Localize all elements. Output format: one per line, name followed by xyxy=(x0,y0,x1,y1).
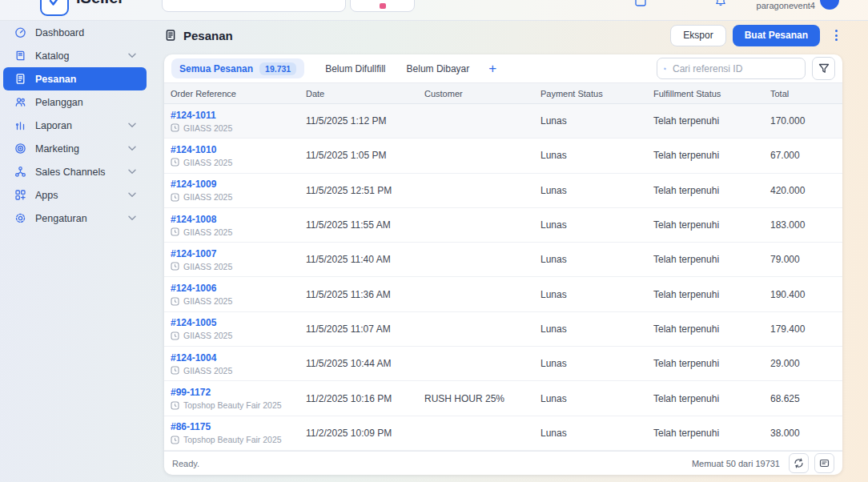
reports-icon xyxy=(14,119,26,131)
order-reference-link[interactable]: #124-1011 xyxy=(171,110,306,121)
global-search-input[interactable] xyxy=(162,0,346,12)
order-total: 68.625 xyxy=(770,393,836,404)
order-reference-link[interactable]: #124-1009 xyxy=(171,179,306,190)
order-reference-link[interactable]: #124-1008 xyxy=(171,214,306,225)
table-row[interactable]: #99-1172 Topshop Beauty Fair 2025 11/2/2… xyxy=(164,381,842,416)
add-tab-icon[interactable]: + xyxy=(488,62,496,75)
sidebar-item-laporan[interactable]: Laporan xyxy=(0,114,147,137)
tab-belum-difullfill[interactable]: Belum Difullfill xyxy=(325,63,385,74)
order-date: 11/5/2025 1:05 PM xyxy=(306,150,424,161)
sidebar-item-dashboard[interactable]: Dashboard xyxy=(0,21,147,44)
settings-icon xyxy=(14,212,26,224)
sales-channel-icon xyxy=(171,331,179,340)
fulfillment-status: Telah terpenuhi xyxy=(653,185,770,196)
col-payment-status[interactable]: Payment Status xyxy=(540,89,653,98)
order-reference-link[interactable]: #124-1004 xyxy=(171,352,306,364)
fulfillment-status: Telah terpenuhi xyxy=(653,358,770,369)
fulfillment-status: Telah terpenuhi xyxy=(653,254,770,265)
dashboard-icon xyxy=(14,26,26,38)
payment-status: Lunas xyxy=(540,150,653,161)
fulfillment-status: Telah terpenuhi xyxy=(653,323,770,335)
sales-channel-icon xyxy=(171,123,179,132)
sidebar-item-sales-channels[interactable]: Sales Channels xyxy=(0,160,147,183)
order-total: 29.000 xyxy=(770,358,836,369)
channel-label: GIIASS 2025 xyxy=(183,262,232,271)
sidebar-item-katalog[interactable]: Katalog xyxy=(0,44,147,67)
fulfillment-status: Telah terpenuhi xyxy=(653,150,770,161)
table-row[interactable]: #124-1008 GIIASS 2025 11/5/2025 11:55 AM… xyxy=(164,208,842,243)
order-reference-link[interactable]: #124-1007 xyxy=(171,248,306,259)
column-settings-icon xyxy=(819,458,830,468)
table-row[interactable]: #124-1009 GIIASS 2025 11/5/2025 12:51 PM… xyxy=(164,174,842,208)
sales-channel-icon xyxy=(171,262,179,271)
overflow-menu-icon[interactable] xyxy=(830,28,842,42)
sidebar-item-apps[interactable]: Apps xyxy=(0,183,147,207)
table-row[interactable]: #124-1004 GIIASS 2025 11/5/2025 10:44 AM… xyxy=(164,347,842,381)
sales-channel-icon xyxy=(171,158,179,167)
chevron-down-icon xyxy=(128,169,136,175)
topbar: iSeller paragonevent4 xyxy=(0,0,868,21)
page-title: Pesanan xyxy=(164,29,233,42)
chevron-down-icon xyxy=(128,123,136,128)
catalog-icon xyxy=(14,50,26,62)
sales-channel-icon xyxy=(171,297,179,306)
channel-label: Topshop Beauty Fair 2025 xyxy=(183,435,282,444)
table-row[interactable]: #124-1007 GIIASS 2025 11/5/2025 11:40 AM… xyxy=(164,243,842,277)
col-order-reference[interactable]: Order Reference xyxy=(171,89,306,98)
order-total: 38.000 xyxy=(770,428,836,439)
create-order-button[interactable]: Buat Pesanan xyxy=(733,25,820,46)
channel-label: GIIASS 2025 xyxy=(183,158,232,167)
order-search xyxy=(657,58,806,79)
tab-belum-dibayar[interactable]: Belum Dibayar xyxy=(407,63,470,74)
col-total[interactable]: Total xyxy=(770,89,836,98)
col-date[interactable]: Date xyxy=(306,89,424,98)
payment-status: Lunas xyxy=(540,289,653,300)
order-reference-link[interactable]: #99-1172 xyxy=(171,387,306,398)
order-date: 11/5/2025 11:40 AM xyxy=(306,254,424,265)
sidebar-item-pesanan[interactable]: Pesanan xyxy=(3,67,147,90)
fulfillment-status: Telah terpenuhi xyxy=(653,289,770,300)
order-reference-link[interactable]: #124-1005 xyxy=(171,317,306,328)
search-input[interactable] xyxy=(671,62,798,75)
order-date: 11/5/2025 11:36 AM xyxy=(306,289,424,300)
table-row[interactable]: #124-1005 GIIASS 2025 11/5/2025 11:07 AM… xyxy=(164,312,842,347)
refresh-icon xyxy=(794,458,804,468)
order-reference-link[interactable]: #124-1006 xyxy=(171,283,306,294)
chevron-down-icon xyxy=(128,215,136,221)
table-row[interactable]: #86-1175 Topshop Beauty Fair 2025 11/2/2… xyxy=(164,416,842,451)
sidebar-item-marketing[interactable]: Marketing xyxy=(0,137,147,160)
table-row[interactable]: #124-1010 GIIASS 2025 11/5/2025 1:05 PM … xyxy=(164,139,842,173)
sidebar-item-pengaturan[interactable]: Pengaturan xyxy=(0,207,147,230)
apps-icon xyxy=(14,189,26,201)
table-row[interactable]: #124-1006 GIIASS 2025 11/5/2025 11:36 AM… xyxy=(164,277,842,311)
table-body: #124-1011 GIIASS 2025 11/5/2025 1:12 PM … xyxy=(164,104,842,451)
payment-status: Lunas xyxy=(540,358,653,369)
topbar-secondary-control[interactable] xyxy=(350,0,415,12)
order-date: 11/5/2025 11:07 AM xyxy=(306,323,424,335)
column-settings-button[interactable] xyxy=(814,453,834,473)
table-row[interactable]: #124-1011 GIIASS 2025 11/5/2025 1:12 PM … xyxy=(164,104,842,139)
marketing-icon xyxy=(14,143,26,155)
payment-status: Lunas xyxy=(540,254,653,265)
sales-channel-icon xyxy=(171,193,179,202)
tab-semua-pesanan[interactable]: Semua Pesanan 19.731 xyxy=(171,58,304,78)
sales-channel-icon xyxy=(171,366,179,375)
sidebar-item-pelanggan[interactable]: Pelanggan xyxy=(0,90,147,114)
order-customer: RUSH HOUR 25% xyxy=(424,393,540,404)
user-avatar[interactable] xyxy=(820,0,839,10)
page-header: Pesanan Ekspor Buat Pesanan xyxy=(164,24,842,46)
payment-status: Lunas xyxy=(540,219,653,231)
calendar-grid-icon[interactable] xyxy=(635,0,646,10)
refresh-button[interactable] xyxy=(789,453,809,473)
tab-bar: Semua Pesanan 19.731 Belum Difullfill Be… xyxy=(164,54,842,82)
channel-label: GIIASS 2025 xyxy=(183,296,232,306)
order-reference-link[interactable]: #86-1175 xyxy=(171,421,306,432)
order-reference-link[interactable]: #124-1010 xyxy=(171,144,306,155)
channel-label: GIIASS 2025 xyxy=(183,227,232,237)
notifications-bell-icon[interactable] xyxy=(715,0,726,10)
col-customer[interactable]: Customer xyxy=(424,89,540,98)
payment-status: Lunas xyxy=(540,115,653,127)
filter-button[interactable] xyxy=(812,57,835,80)
col-fulfillment-status[interactable]: Fulfillment Status xyxy=(653,89,770,98)
export-button[interactable]: Ekspor xyxy=(670,25,725,46)
